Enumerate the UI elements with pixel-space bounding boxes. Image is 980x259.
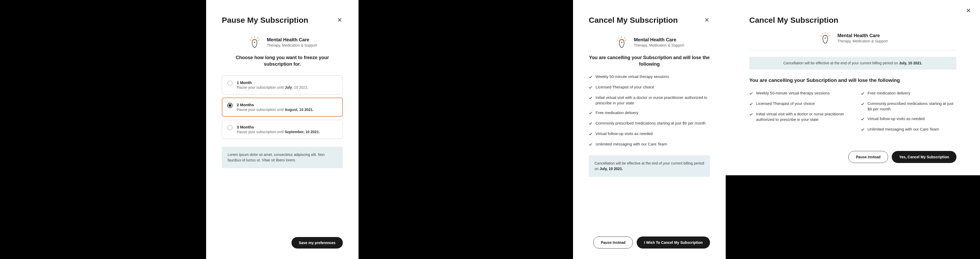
radio-icon: [228, 103, 232, 108]
feature-column-left: Weekly 50-minute virtual therapy session…: [749, 90, 845, 133]
check-icon: [861, 101, 864, 107]
svg-line-3: [250, 40, 251, 41]
info-notice: Lorem ipsum dolor sit amet, consectetur …: [222, 147, 343, 168]
mental-health-icon: [818, 31, 832, 45]
feature-item: Commonly prescribed medications starting…: [589, 120, 710, 126]
radio-icon: [228, 125, 232, 130]
svg-line-11: [822, 33, 823, 35]
option-text: 1 Month Pause your subscription until Ju…: [237, 80, 308, 90]
pause-subscription-panel: Pause My Subscription Mental Healt: [206, 0, 358, 259]
feature-text: Virtual follow-up visits as needed: [595, 131, 652, 136]
check-icon: [589, 142, 592, 148]
mental-health-icon: [248, 35, 262, 49]
feature-text: Free medication delivery: [868, 90, 910, 96]
feature-item: Free medication delivery: [589, 110, 710, 116]
cancellation-notice: Cancellation will be effective at the en…: [589, 155, 710, 177]
feature-text: Commonly prescribed medications starting…: [595, 120, 706, 126]
option-label: 2 Months: [237, 103, 313, 107]
option-desc: Pause your subscription until September,…: [237, 130, 320, 134]
svg-line-1: [251, 37, 252, 39]
service-text: Mental Health Care Therapy, Medication &…: [634, 37, 684, 47]
feature-list: Weekly 50-minute virtual therapy session…: [589, 74, 710, 148]
close-button[interactable]: [704, 16, 710, 25]
pause-duration-options: 1 Month Pause your subscription until Ju…: [222, 75, 343, 139]
feature-item: Weekly 50-minute virtual therapy session…: [589, 74, 710, 80]
feature-item: Unlimited messaging with our Care Team: [861, 126, 957, 133]
service-title: Mental Health Care: [838, 33, 888, 38]
save-preferences-button[interactable]: Save my preferences: [291, 237, 343, 248]
mental-health-icon: [615, 35, 629, 49]
svg-line-9: [625, 40, 627, 41]
close-button[interactable]: [337, 16, 343, 25]
check-icon: [861, 127, 864, 133]
cancel-heading: You are cancelling your Subscription and…: [749, 77, 956, 84]
feature-item: Virtual follow-up visits as needed: [589, 131, 710, 137]
option-text: 3 Months Pause your subscription until S…: [237, 125, 320, 134]
cancel-subscription-panel-narrow: Cancel My Subscription Mental Heal: [573, 0, 726, 259]
check-icon: [589, 85, 592, 90]
cancel-heading: You are cancelling your Subscription and…: [589, 54, 710, 68]
feature-item: Virtual follow-up visits as needed: [861, 116, 957, 122]
feature-list: Weekly 50-minute virtual therapy session…: [749, 90, 845, 122]
feature-text: Licensed Therapist of your choice: [595, 84, 654, 90]
check-icon: [749, 112, 753, 117]
feature-text: Unlimited messaging with our Care Team: [595, 141, 667, 147]
close-button[interactable]: [966, 7, 970, 14]
pause-option-1month[interactable]: 1 Month Pause your subscription until Ju…: [222, 75, 343, 95]
feature-text: Weekly 50-minute virtual therapy session…: [756, 90, 830, 96]
feature-text: Initial virtual visit with a doctor or n…: [756, 111, 845, 122]
check-icon: [861, 91, 864, 96]
confirm-cancel-button[interactable]: I Wish To Cancel My Subscription: [637, 237, 710, 248]
feature-item: Unlimited messaging with our Care Team: [589, 141, 710, 148]
service-text: Mental Health Care Therapy, Medication &…: [267, 37, 317, 47]
feature-item: Licensed Therapist of your choice: [589, 84, 710, 90]
panel-title: Pause My Subscription: [222, 16, 308, 25]
radio-icon: [228, 81, 232, 86]
feature-item: Licensed Therapist of your choice: [749, 101, 845, 107]
pause-subtitle: Choose how long you want to freeze your …: [222, 54, 343, 68]
service-text: Mental Health Care Therapy, Medication &…: [838, 33, 888, 43]
service-title: Mental Health Care: [267, 37, 317, 43]
feature-item: Weekly 50-minute virtual therapy session…: [749, 90, 845, 96]
svg-line-7: [624, 37, 625, 39]
feature-text: Virtual follow-up visits as needed: [868, 116, 925, 122]
service-info: Mental Health Care Therapy, Medication &…: [222, 35, 343, 49]
option-desc: Pause your subscription until August, 10…: [237, 107, 313, 112]
option-text: 2 Months Pause your subscription until A…: [237, 103, 313, 112]
confirm-cancel-button[interactable]: Yes, Cancel My Subscription: [892, 151, 956, 163]
check-icon: [589, 111, 592, 116]
close-icon: [966, 7, 970, 14]
panel-title: Cancel My Subscription: [749, 16, 956, 25]
svg-line-13: [820, 36, 822, 36]
feature-text: Initial virtual visit with a doctor or n…: [595, 95, 710, 106]
feature-text: Unlimited messaging with our Care Team: [868, 126, 939, 132]
close-icon: [337, 17, 342, 23]
service-info: Mental Health Care Therapy, Medication &…: [749, 31, 956, 51]
cancellation-notice: Cancellation will be effective at the en…: [749, 57, 956, 69]
button-row: Pause Instead I Wish To Cancel My Subscr…: [589, 229, 710, 248]
pause-instead-button[interactable]: Pause Instead: [593, 237, 633, 248]
check-icon: [749, 91, 753, 96]
option-label: 1 Month: [237, 80, 308, 85]
feature-column-right: Free medication deliveryCommonly prescri…: [861, 90, 957, 133]
service-title: Mental Health Care: [634, 37, 684, 43]
pause-option-3months[interactable]: 3 Months Pause your subscription until S…: [222, 120, 343, 139]
feature-columns: Weekly 50-minute virtual therapy session…: [749, 90, 956, 133]
option-desc: Pause your subscription until July, 10 2…: [237, 85, 308, 90]
close-icon: [705, 17, 709, 23]
check-icon: [861, 117, 864, 122]
check-icon: [589, 74, 592, 80]
feature-text: Weekly 50-minute virtual therapy session…: [595, 74, 669, 79]
svg-line-2: [257, 37, 258, 39]
check-icon: [749, 101, 753, 107]
check-icon: [589, 121, 592, 126]
service-subtitle: Therapy, Medication & Support: [267, 43, 317, 47]
svg-line-12: [827, 33, 829, 35]
service-info: Mental Health Care Therapy, Medication &…: [589, 35, 710, 49]
feature-text: Free medication delivery: [595, 110, 638, 115]
pause-option-2months[interactable]: 2 Months Pause your subscription until A…: [222, 98, 343, 117]
feature-item: Initial virtual visit with a doctor or n…: [589, 95, 710, 106]
feature-item: Commonly prescribed medications starting…: [861, 101, 957, 112]
button-row: Save my preferences: [222, 229, 343, 248]
pause-instead-button[interactable]: Pause Instead: [848, 151, 888, 163]
